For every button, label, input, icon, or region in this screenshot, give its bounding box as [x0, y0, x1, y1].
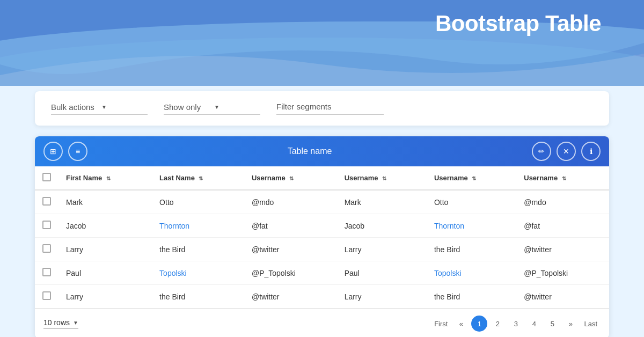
table-cell: Larry	[337, 285, 427, 309]
row-checkbox-cell[interactable]	[35, 261, 58, 285]
col-username-3[interactable]: Username ⇅	[427, 166, 516, 190]
bulk-actions-label: Bulk actions	[51, 102, 97, 112]
col-username-1[interactable]: Username ⇅	[244, 166, 337, 190]
col-last-name[interactable]: Last Name ⇅	[152, 166, 244, 190]
table-cell: @fat	[516, 214, 609, 238]
rows-per-page-arrow: ▼	[73, 320, 78, 326]
table-cell: Thornton	[152, 214, 244, 238]
table-cell: @twitter	[244, 285, 337, 309]
table-cell: Thornton	[427, 214, 516, 238]
edit-button[interactable]: ✏	[532, 142, 551, 161]
table-cell: @P_Topolski	[244, 261, 337, 285]
table-cell: the Bird	[427, 238, 516, 261]
edit-icon: ✏	[538, 147, 545, 156]
table-cell: Mark	[337, 190, 427, 214]
table-row: Larrythe Bird@twitterLarrythe Bird@twitt…	[35, 285, 609, 309]
table-row: Larrythe Bird@twitterLarrythe Bird@twitt…	[35, 238, 609, 261]
rows-per-page-select[interactable]: 10 rows ▼	[43, 318, 78, 329]
table-head: First Name ⇅ Last Name ⇅ Username ⇅ Us	[35, 166, 609, 190]
table-cell: Jacob	[337, 214, 427, 238]
table-cell: Topolski	[427, 261, 516, 285]
col-username-4-label: Username	[524, 174, 558, 182]
col-username-1-label: Username	[252, 174, 286, 182]
page-5-button[interactable]: 5	[544, 316, 560, 332]
col-username-3-sort: ⇅	[472, 175, 476, 181]
info-button[interactable]: ℹ	[581, 142, 601, 161]
page-next-button[interactable]: »	[562, 316, 579, 332]
page-2-button[interactable]: 2	[489, 316, 506, 332]
table-cell: @P_Topolski	[516, 261, 609, 285]
table-body: MarkOtto@mdoMarkOtto@mdoJacobThornton@fa…	[35, 190, 609, 309]
filter-bar: Bulk actions ▼ Show only ▼ Filter segmen…	[35, 91, 609, 126]
table-row: JacobThornton@fatJacobThornton@fat	[35, 214, 609, 238]
page-1-button[interactable]: 1	[471, 316, 487, 332]
close-icon: ✕	[563, 147, 569, 156]
show-only-arrow: ▼	[214, 104, 260, 110]
table-cell: Mark	[58, 190, 152, 214]
table-cell: Larry	[337, 238, 427, 261]
table-cell: Paul	[58, 261, 152, 285]
table-cell: Otto	[152, 190, 244, 214]
page-prev-button[interactable]: «	[453, 316, 469, 332]
layout-list-button[interactable]: ≡	[68, 142, 87, 161]
row-checkbox[interactable]	[42, 268, 51, 276]
row-checkbox[interactable]	[42, 221, 51, 229]
table-row: PaulTopolski@P_TopolskiPaulTopolski@P_To…	[35, 261, 609, 285]
page-first-button[interactable]: First	[431, 316, 451, 332]
rows-per-page-label: 10 rows	[43, 318, 70, 327]
pagination: First « 1 2 3 4 5 » Last	[431, 316, 601, 332]
table-cell: @twitter	[244, 238, 337, 261]
page-4-button[interactable]: 4	[526, 316, 542, 332]
col-username-2-sort: ⇅	[382, 175, 386, 181]
filter-segments-input[interactable]: Filter segments	[276, 102, 384, 115]
row-checkbox-cell[interactable]	[35, 214, 58, 238]
row-checkbox[interactable]	[42, 197, 51, 206]
bulk-actions-dropdown[interactable]: Bulk actions ▼	[51, 102, 148, 115]
row-checkbox-cell[interactable]	[35, 238, 58, 261]
filter-segments-label: Filter segments	[276, 102, 332, 111]
table-cell: Topolski	[152, 261, 244, 285]
table-header-left: ⊞ ≡	[43, 142, 87, 161]
col-first-name[interactable]: First Name ⇅	[58, 166, 152, 190]
table-footer: 10 rows ▼ First « 1 2 3 4 5 » Last	[35, 309, 609, 337]
data-table: First Name ⇅ Last Name ⇅ Username ⇅ Us	[35, 166, 609, 309]
row-checkbox-cell[interactable]	[35, 190, 58, 214]
bulk-actions-arrow: ▼	[101, 104, 148, 110]
col-username-2-label: Username	[345, 174, 378, 182]
table-header-bar: ⊞ ≡ Table name ✏ ✕ ℹ	[35, 136, 609, 166]
show-only-dropdown[interactable]: Show only ▼	[164, 102, 260, 115]
col-username-2[interactable]: Username ⇅	[337, 166, 427, 190]
table-cell: @mdo	[516, 190, 609, 214]
table-header-right: ✏ ✕ ℹ	[532, 142, 601, 161]
layout-grid-button[interactable]: ⊞	[43, 142, 63, 161]
table-cell: the Bird	[152, 285, 244, 309]
table-cell: Jacob	[58, 214, 152, 238]
show-only-label: Show only	[164, 102, 210, 112]
select-all-checkbox[interactable]	[42, 173, 51, 181]
col-username-4[interactable]: Username ⇅	[516, 166, 609, 190]
page-last-button[interactable]: Last	[581, 316, 601, 332]
table-cell: Otto	[427, 190, 516, 214]
page-3-button[interactable]: 3	[508, 316, 524, 332]
layout-list-icon: ≡	[76, 147, 80, 156]
col-username-4-sort: ⇅	[562, 175, 566, 181]
col-last-name-label: Last Name	[159, 174, 195, 182]
table-header-row: First Name ⇅ Last Name ⇅ Username ⇅ Us	[35, 166, 609, 190]
table-cell: @mdo	[244, 190, 337, 214]
table-cell: Paul	[337, 261, 427, 285]
table-cell: Larry	[58, 285, 152, 309]
col-username-1-sort: ⇅	[289, 175, 294, 181]
table-cell: @twitter	[516, 285, 609, 309]
table-cell: Larry	[58, 238, 152, 261]
table-cell: @twitter	[516, 238, 609, 261]
table-container: ⊞ ≡ Table name ✏ ✕ ℹ	[35, 136, 609, 337]
select-all-header[interactable]	[35, 166, 58, 190]
table-row: MarkOtto@mdoMarkOtto@mdo	[35, 190, 609, 214]
row-checkbox-cell[interactable]	[35, 285, 58, 309]
table-cell: the Bird	[152, 238, 244, 261]
table-name: Table name	[87, 146, 532, 156]
row-checkbox[interactable]	[42, 291, 51, 300]
col-first-name-sort: ⇅	[106, 175, 111, 181]
row-checkbox[interactable]	[42, 244, 51, 253]
close-button[interactable]: ✕	[557, 142, 576, 161]
